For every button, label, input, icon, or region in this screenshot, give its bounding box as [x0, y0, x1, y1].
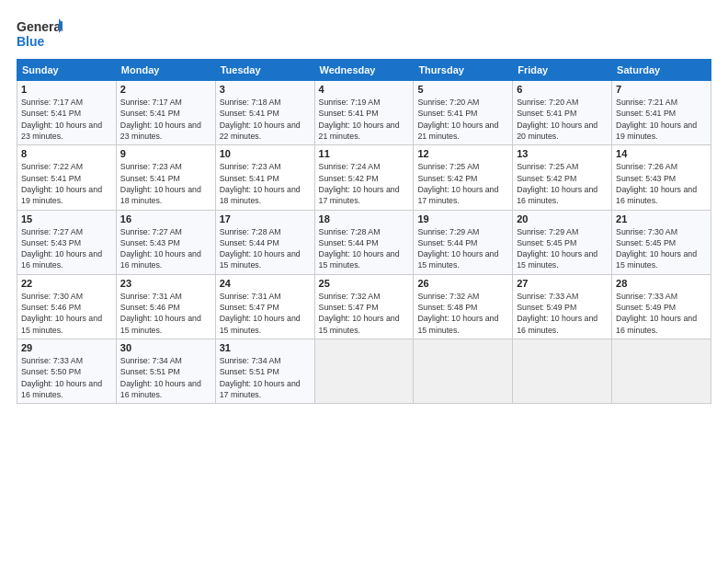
day-detail: Sunrise: 7:20 AMSunset: 5:41 PMDaylight:…: [417, 97, 508, 142]
calendar-cell: 12 Sunrise: 7:25 AMSunset: 5:42 PMDaylig…: [414, 145, 513, 210]
day-detail: Sunrise: 7:31 AMSunset: 5:47 PMDaylight:…: [220, 291, 311, 336]
calendar-table: SundayMondayTuesdayWednesdayThursdayFrid…: [17, 59, 711, 404]
day-detail: Sunrise: 7:23 AMSunset: 5:41 PMDaylight:…: [120, 161, 211, 206]
day-number: 13: [517, 148, 608, 159]
calendar-cell: 5 Sunrise: 7:20 AMSunset: 5:41 PMDayligh…: [414, 81, 513, 145]
day-detail: Sunrise: 7:28 AMSunset: 5:44 PMDaylight:…: [220, 226, 311, 271]
dow-header-friday: Friday: [513, 60, 612, 81]
page: General Blue SundayMondayTuesdayWednesda…: [0, 0, 728, 413]
dow-header-monday: Monday: [116, 60, 215, 81]
day-number: 8: [21, 148, 112, 159]
day-number: 12: [417, 148, 508, 159]
calendar-cell: 21 Sunrise: 7:30 AMSunset: 5:45 PMDaylig…: [612, 210, 711, 274]
calendar-cell: 18 Sunrise: 7:28 AMSunset: 5:44 PMDaylig…: [314, 210, 414, 274]
logo: General Blue: [17, 17, 63, 50]
calendar-cell: 1 Sunrise: 7:17 AMSunset: 5:41 PMDayligh…: [17, 81, 117, 145]
day-detail: Sunrise: 7:27 AMSunset: 5:43 PMDaylight:…: [21, 226, 112, 271]
day-number: 10: [220, 148, 311, 159]
calendar-cell: 8 Sunrise: 7:22 AMSunset: 5:41 PMDayligh…: [17, 145, 117, 210]
calendar-cell: 31 Sunrise: 7:34 AMSunset: 5:51 PMDaylig…: [215, 339, 314, 404]
day-number: 9: [120, 148, 211, 159]
calendar-cell: 14 Sunrise: 7:26 AMSunset: 5:43 PMDaylig…: [612, 145, 711, 210]
day-detail: Sunrise: 7:25 AMSunset: 5:42 PMDaylight:…: [517, 161, 608, 206]
day-detail: Sunrise: 7:29 AMSunset: 5:44 PMDaylight:…: [417, 226, 508, 271]
day-number: 20: [517, 213, 608, 224]
day-number: 14: [616, 148, 707, 159]
day-number: 11: [319, 148, 410, 159]
calendar-cell: 20 Sunrise: 7:29 AMSunset: 5:45 PMDaylig…: [513, 210, 612, 274]
dow-header-sunday: Sunday: [17, 60, 117, 81]
dow-header-saturday: Saturday: [612, 60, 711, 81]
calendar-cell: 16 Sunrise: 7:27 AMSunset: 5:43 PMDaylig…: [116, 210, 215, 274]
day-number: 24: [220, 278, 311, 289]
calendar-cell: 17 Sunrise: 7:28 AMSunset: 5:44 PMDaylig…: [215, 210, 314, 274]
day-detail: Sunrise: 7:32 AMSunset: 5:48 PMDaylight:…: [417, 291, 508, 336]
day-number: 1: [21, 84, 112, 95]
calendar-cell: 28 Sunrise: 7:33 AMSunset: 5:49 PMDaylig…: [612, 274, 711, 339]
day-detail: Sunrise: 7:28 AMSunset: 5:44 PMDaylight:…: [319, 226, 410, 271]
calendar-cell: 2 Sunrise: 7:17 AMSunset: 5:41 PMDayligh…: [116, 81, 215, 145]
day-number: 5: [417, 84, 508, 95]
day-detail: Sunrise: 7:24 AMSunset: 5:42 PMDaylight:…: [319, 161, 410, 206]
day-detail: Sunrise: 7:29 AMSunset: 5:45 PMDaylight:…: [517, 226, 608, 271]
dow-header-tuesday: Tuesday: [215, 60, 314, 81]
day-number: 16: [120, 213, 211, 224]
day-detail: Sunrise: 7:17 AMSunset: 5:41 PMDaylight:…: [120, 97, 211, 142]
calendar-cell: 24 Sunrise: 7:31 AMSunset: 5:47 PMDaylig…: [215, 274, 314, 339]
day-detail: Sunrise: 7:19 AMSunset: 5:41 PMDaylight:…: [319, 97, 410, 142]
svg-text:General: General: [17, 19, 63, 34]
day-number: 28: [616, 278, 707, 289]
day-detail: Sunrise: 7:33 AMSunset: 5:49 PMDaylight:…: [616, 291, 707, 336]
day-number: 31: [220, 342, 311, 353]
calendar-cell: 9 Sunrise: 7:23 AMSunset: 5:41 PMDayligh…: [116, 145, 215, 210]
day-number: 19: [417, 213, 508, 224]
calendar-cell: 13 Sunrise: 7:25 AMSunset: 5:42 PMDaylig…: [513, 145, 612, 210]
day-detail: Sunrise: 7:21 AMSunset: 5:41 PMDaylight:…: [616, 97, 707, 142]
day-detail: Sunrise: 7:22 AMSunset: 5:41 PMDaylight:…: [21, 161, 112, 206]
day-detail: Sunrise: 7:25 AMSunset: 5:42 PMDaylight:…: [417, 161, 508, 206]
day-number: 26: [417, 278, 508, 289]
calendar-cell: 6 Sunrise: 7:20 AMSunset: 5:41 PMDayligh…: [513, 81, 612, 145]
day-number: 25: [319, 278, 410, 289]
day-detail: Sunrise: 7:31 AMSunset: 5:46 PMDaylight:…: [120, 291, 211, 336]
calendar-cell: 30 Sunrise: 7:34 AMSunset: 5:51 PMDaylig…: [116, 339, 215, 404]
calendar-cell: 29 Sunrise: 7:33 AMSunset: 5:50 PMDaylig…: [17, 339, 117, 404]
day-number: 30: [120, 342, 211, 353]
day-number: 18: [319, 213, 410, 224]
day-detail: Sunrise: 7:33 AMSunset: 5:50 PMDaylight:…: [21, 355, 112, 400]
day-detail: Sunrise: 7:33 AMSunset: 5:49 PMDaylight:…: [517, 291, 608, 336]
day-number: 3: [220, 84, 311, 95]
day-detail: Sunrise: 7:30 AMSunset: 5:45 PMDaylight:…: [616, 226, 707, 271]
day-detail: Sunrise: 7:30 AMSunset: 5:46 PMDaylight:…: [21, 291, 112, 336]
day-number: 15: [21, 213, 112, 224]
calendar-cell: 22 Sunrise: 7:30 AMSunset: 5:46 PMDaylig…: [17, 274, 117, 339]
day-number: 2: [120, 84, 211, 95]
dow-header-wednesday: Wednesday: [314, 60, 414, 81]
calendar-cell: 4 Sunrise: 7:19 AMSunset: 5:41 PMDayligh…: [314, 81, 414, 145]
calendar-cell: 15 Sunrise: 7:27 AMSunset: 5:43 PMDaylig…: [17, 210, 117, 274]
day-number: 27: [517, 278, 608, 289]
calendar-cell: 27 Sunrise: 7:33 AMSunset: 5:49 PMDaylig…: [513, 274, 612, 339]
day-number: 21: [616, 213, 707, 224]
calendar-cell: 26 Sunrise: 7:32 AMSunset: 5:48 PMDaylig…: [414, 274, 513, 339]
calendar-cell: [414, 339, 513, 404]
calendar-cell: 10 Sunrise: 7:23 AMSunset: 5:41 PMDaylig…: [215, 145, 314, 210]
day-number: 7: [616, 84, 707, 95]
svg-text:Blue: Blue: [17, 34, 45, 49]
day-detail: Sunrise: 7:26 AMSunset: 5:43 PMDaylight:…: [616, 161, 707, 206]
day-detail: Sunrise: 7:27 AMSunset: 5:43 PMDaylight:…: [120, 226, 211, 271]
day-number: 22: [21, 278, 112, 289]
calendar-cell: 11 Sunrise: 7:24 AMSunset: 5:42 PMDaylig…: [314, 145, 414, 210]
day-number: 23: [120, 278, 211, 289]
day-detail: Sunrise: 7:34 AMSunset: 5:51 PMDaylight:…: [120, 355, 211, 400]
day-number: 29: [21, 342, 112, 353]
calendar-cell: 23 Sunrise: 7:31 AMSunset: 5:46 PMDaylig…: [116, 274, 215, 339]
day-number: 4: [319, 84, 410, 95]
header-row: General Blue: [17, 17, 711, 50]
dow-header-thursday: Thursday: [414, 60, 513, 81]
calendar-cell: [314, 339, 414, 404]
calendar-cell: 25 Sunrise: 7:32 AMSunset: 5:47 PMDaylig…: [314, 274, 414, 339]
calendar-cell: 19 Sunrise: 7:29 AMSunset: 5:44 PMDaylig…: [414, 210, 513, 274]
day-detail: Sunrise: 7:17 AMSunset: 5:41 PMDaylight:…: [21, 97, 112, 142]
day-detail: Sunrise: 7:34 AMSunset: 5:51 PMDaylight:…: [220, 355, 311, 400]
